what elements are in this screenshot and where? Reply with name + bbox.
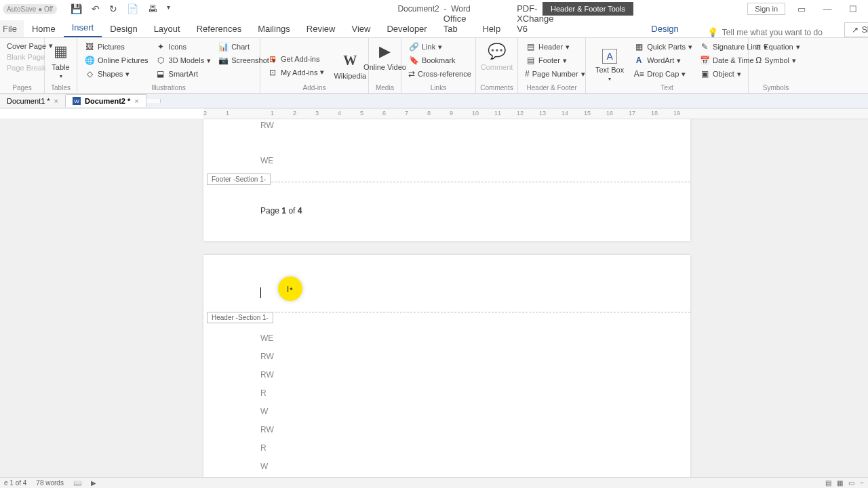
touch-icon[interactable]: 📄 [127, 3, 138, 14]
addins-icon: ⊡ [267, 67, 278, 78]
tab-mailings[interactable]: Mailings [250, 20, 298, 37]
body-text[interactable]: W [260, 407, 268, 416]
link-button[interactable]: 🔗Link ▾ [407, 41, 470, 53]
table-button[interactable]: ▦ Table▾ [50, 41, 71, 81]
undo-icon[interactable]: ↶ [92, 3, 100, 14]
body-text[interactable]: WE [260, 333, 273, 343]
body-text[interactable]: WE [260, 156, 273, 165]
macro-icon[interactable]: ▶ [91, 479, 96, 487]
tab-file[interactable]: File [0, 20, 24, 37]
ruler-tick: 18 [651, 110, 658, 117]
maximize-icon[interactable]: ☐ [844, 4, 863, 14]
group-pages: Cover Page ▾ Blank Page Page Break Pages [0, 38, 45, 93]
ruler-tick: 9 [450, 110, 453, 117]
quick-parts-button[interactable]: ▦Quick Parts ▾ [632, 41, 694, 53]
body-text[interactable]: RW [260, 121, 274, 130]
body-text[interactable]: RW [260, 352, 274, 361]
icons-button[interactable]: ✦Icons [154, 41, 213, 53]
new-doctab-button[interactable] [146, 99, 161, 103]
symbol-icon: Ω [755, 55, 762, 66]
wordart-button[interactable]: AWordArt ▾ [632, 54, 694, 66]
tab-officetab[interactable]: Office Tab [435, 10, 475, 37]
window-title: Document2 - Word [397, 4, 470, 14]
tab-developer[interactable]: Developer [378, 20, 435, 37]
tab-home[interactable]: Home [24, 20, 64, 37]
close-icon[interactable]: × [54, 97, 58, 105]
cross-reference-button[interactable]: ⇄Cross-reference [407, 68, 470, 80]
body-text[interactable]: RW [260, 370, 274, 380]
get-addins-button[interactable]: ⊞Get Add-ins [266, 53, 326, 65]
my-addins-button[interactable]: ⊡My Add-ins ▾ [266, 66, 326, 79]
status-word-count[interactable]: 78 words [36, 479, 64, 487]
tab-hf-design[interactable]: Design [643, 20, 686, 37]
title-bar: AutoSave ● Off 💾 ↶ ↻ 📄 🖶 ▾ Document2 - W… [0, 0, 868, 18]
page-2[interactable]: I✦ Header -Section 1- WERWRWRWRWRW [203, 255, 690, 477]
body-text[interactable]: W [260, 462, 268, 471]
header-section-tag: Header -Section 1- [207, 312, 273, 323]
ruler-tick: 1 [226, 110, 229, 117]
cursor-highlight: I✦ [278, 277, 302, 301]
qat-more-icon[interactable]: ▾ [167, 3, 170, 14]
status-page[interactable]: e 1 of 4 [4, 479, 26, 487]
ruler-tick: 7 [405, 110, 408, 117]
share-button[interactable]: ↗Share [844, 22, 868, 37]
redo-icon[interactable]: ↻ [109, 3, 117, 14]
page-break-button[interactable]: Page Break [5, 63, 39, 73]
ribbon-tabs: File Home Insert Design Layout Reference… [0, 18, 868, 38]
online-video-button[interactable]: ▶ Online Video [374, 41, 395, 73]
body-text[interactable]: RW [260, 425, 274, 434]
document-area[interactable]: RW WE W Footer -Section 1- Page 1 of 4 I… [0, 119, 868, 477]
header-button[interactable]: ▤Header ▾ [524, 41, 580, 53]
comment-icon: 💬 [488, 42, 507, 61]
tab-insert[interactable]: Insert [64, 19, 102, 37]
ruler-tick: 8 [427, 110, 431, 117]
tab-view[interactable]: View [343, 20, 378, 37]
zoom-out-icon[interactable]: − [860, 479, 864, 487]
text-box-button[interactable]: A Text Box▾ [591, 41, 628, 90]
equation-button[interactable]: πEquation ▾ [754, 41, 797, 53]
ruler-tick: 19 [673, 110, 680, 117]
symbol-button[interactable]: ΩSymbol ▾ [754, 54, 797, 66]
tab-layout[interactable]: Layout [146, 20, 189, 37]
doctab-document1[interactable]: Document1 *× [0, 95, 66, 107]
print-icon[interactable]: 🖶 [148, 3, 157, 14]
smartart-button[interactable]: ⬓SmartArt [154, 68, 213, 80]
ribbon-display-icon[interactable]: ▭ [792, 4, 811, 14]
body-text[interactable]: R [260, 388, 267, 398]
spell-check-icon[interactable]: 📖 [73, 479, 81, 487]
read-mode-icon[interactable]: ▤ [825, 479, 831, 487]
tab-review[interactable]: Review [298, 20, 344, 37]
tab-design[interactable]: Design [102, 20, 145, 37]
group-label: Add-ins [260, 84, 368, 92]
blank-page-button[interactable]: Blank Page [5, 52, 39, 62]
web-layout-icon[interactable]: ▭ [848, 479, 854, 487]
close-icon[interactable]: × [134, 97, 138, 105]
tell-me-input[interactable] [722, 28, 844, 37]
comment-button[interactable]: 💬 Comment [481, 41, 512, 73]
horizontal-ruler[interactable]: 2112345678910111213141516171819 [0, 108, 868, 119]
tab-references[interactable]: References [189, 20, 250, 37]
minimize-icon[interactable]: — [818, 4, 837, 14]
tab-help[interactable]: Help [474, 20, 509, 37]
group-tables: ▦ Table▾ Tables [45, 38, 77, 93]
online-pictures-button[interactable]: 🌐Online Pictures [83, 54, 150, 66]
page-number-button[interactable]: #Page Number ▾ [524, 68, 580, 80]
tell-me-search[interactable]: 💡 [707, 27, 844, 37]
body-text[interactable]: R [260, 443, 267, 453]
bookmark-button[interactable]: 🔖Bookmark [407, 54, 470, 66]
cover-page-button[interactable]: Cover Page ▾ [5, 41, 39, 51]
header-footer-tools-label: Header & Footer Tools [542, 2, 633, 16]
save-icon[interactable]: 💾 [71, 3, 82, 14]
page-1[interactable]: RW WE W Footer -Section 1- Page 1 of 4 [203, 119, 690, 241]
footer-page-number[interactable]: Page 1 of 4 [260, 206, 302, 216]
footer-button[interactable]: ▤Footer ▾ [524, 54, 580, 66]
print-layout-icon[interactable]: ▦ [837, 479, 843, 487]
drop-cap-button[interactable]: A≡Drop Cap ▾ [632, 68, 694, 80]
autosave-toggle[interactable]: AutoSave ● Off [3, 4, 57, 14]
footer-icon: ▤ [525, 55, 536, 66]
3d-models-button[interactable]: ⬡3D Models ▾ [154, 54, 213, 66]
pictures-button[interactable]: 🖼Pictures [83, 41, 150, 53]
sign-in-button[interactable]: Sign in [747, 3, 785, 15]
shapes-button[interactable]: ◇Shapes ▾ [83, 68, 150, 80]
doctab-document2[interactable]: WDocument2 *× [66, 94, 146, 107]
